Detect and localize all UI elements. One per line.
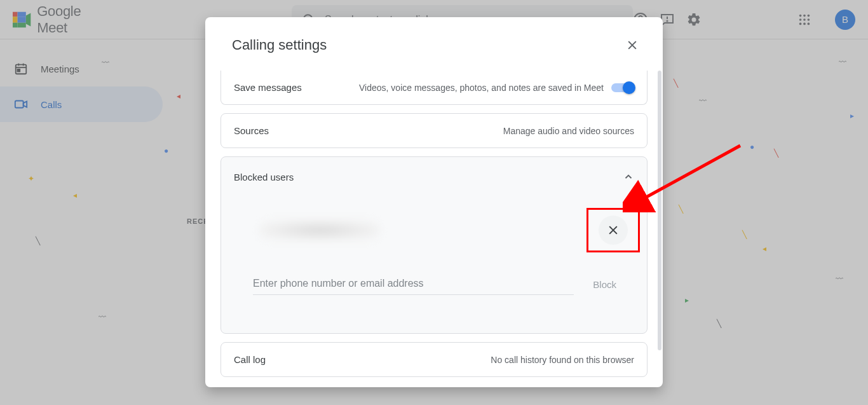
sources-label: Sources [234,125,269,136]
modal-header: Calling settings [205,17,663,71]
blocked-users-header[interactable]: Blocked users [221,157,647,196]
sources-card[interactable]: Sources Manage audio and video sources [220,113,648,148]
modal-title: Calling settings [232,37,327,53]
close-icon [607,224,620,237]
modal-body: Save messages Videos, voice messages, ph… [205,71,663,387]
block-user-input[interactable] [253,273,574,295]
save-messages-card: Save messages Videos, voice messages, ph… [220,71,648,105]
sources-action: Manage audio and video sources [503,126,634,136]
close-button[interactable] [620,32,645,58]
save-messages-toggle[interactable] [611,83,634,92]
save-messages-description: Videos, voice messages, photos, and note… [359,83,604,93]
block-input-row: Block [234,260,634,295]
save-messages-label: Save messages [234,82,302,93]
call-log-card: Call log No call history found on this b… [220,342,648,377]
call-log-description: No call history found on this browser [491,355,634,365]
close-icon [626,39,639,51]
call-log-label: Call log [234,354,266,365]
calling-settings-modal: Calling settings Save messages Videos, v… [205,17,663,387]
blocked-users-card: Blocked users Block [220,156,648,334]
remove-blocked-user-button[interactable] [599,216,628,245]
blocked-users-label: Blocked users [234,172,294,182]
block-button[interactable]: Block [593,279,616,295]
blocked-user-row [234,200,634,260]
modal-scrollbar[interactable] [658,71,661,350]
blocked-user-identity [259,219,380,241]
chevron-up-icon [623,171,634,182]
